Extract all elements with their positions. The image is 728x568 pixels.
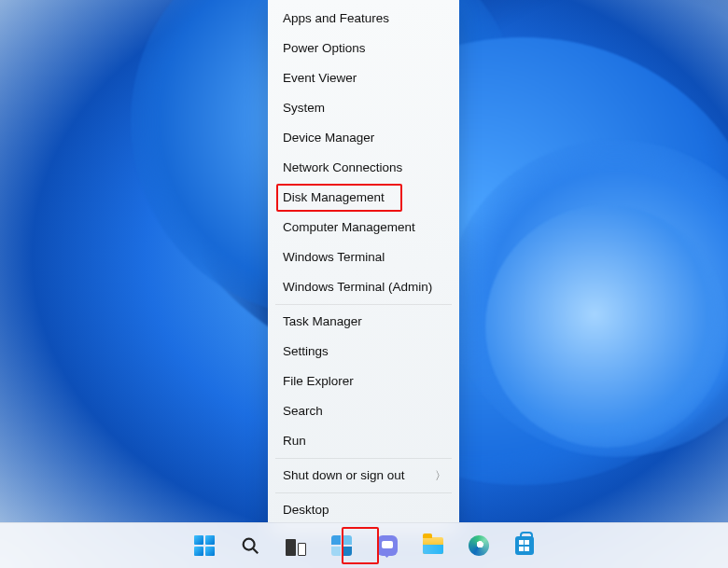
store-icon bbox=[515, 536, 534, 555]
edge-icon bbox=[469, 535, 489, 556]
menu-item-label: File Explorer bbox=[283, 373, 354, 390]
menu-item-disk-management[interactable]: Disk Management bbox=[268, 183, 459, 213]
menu-item-label: Windows Terminal (Admin) bbox=[283, 279, 432, 296]
chat-icon bbox=[377, 535, 398, 556]
menu-item-label: Desktop bbox=[283, 502, 329, 519]
menu-item-event-viewer[interactable]: Event Viewer bbox=[268, 63, 459, 93]
menu-item-windows-terminal-admin[interactable]: Windows Terminal (Admin) bbox=[268, 272, 459, 302]
task-view-icon bbox=[286, 535, 306, 556]
menu-item-label: Power Options bbox=[283, 40, 366, 57]
taskbar bbox=[0, 522, 728, 568]
search-icon bbox=[240, 535, 260, 556]
menu-item-windows-terminal[interactable]: Windows Terminal bbox=[268, 242, 459, 272]
menu-item-label: Run bbox=[283, 433, 306, 450]
edge-button[interactable] bbox=[460, 527, 497, 564]
menu-item-label: Network Connections bbox=[283, 159, 402, 176]
menu-item-run[interactable]: Run bbox=[268, 426, 459, 456]
menu-item-shutdown-signout[interactable]: Shut down or sign out 〉 bbox=[268, 461, 459, 491]
menu-item-network-connections[interactable]: Network Connections bbox=[268, 153, 459, 183]
wallpaper-shape bbox=[485, 205, 728, 448]
desktop[interactable]: Apps and Features Power Options Event Vi… bbox=[0, 0, 728, 568]
folder-icon bbox=[423, 537, 443, 554]
widgets-button[interactable] bbox=[323, 527, 360, 564]
menu-item-search[interactable]: Search bbox=[268, 396, 459, 426]
menu-item-apps-and-features[interactable]: Apps and Features bbox=[268, 4, 459, 34]
menu-item-label: Search bbox=[283, 403, 323, 420]
menu-item-device-manager[interactable]: Device Manager bbox=[268, 123, 459, 153]
menu-item-task-manager[interactable]: Task Manager bbox=[268, 307, 459, 337]
store-button[interactable] bbox=[506, 527, 543, 564]
menu-item-file-explorer[interactable]: File Explorer bbox=[268, 367, 459, 396]
menu-item-desktop[interactable]: Desktop bbox=[268, 495, 459, 525]
menu-item-system[interactable]: System bbox=[268, 93, 459, 123]
menu-item-label: Disk Management bbox=[283, 189, 385, 206]
menu-item-label: Apps and Features bbox=[283, 10, 389, 27]
menu-item-label: Computer Management bbox=[283, 219, 415, 236]
menu-item-label: Task Manager bbox=[283, 313, 362, 330]
menu-item-computer-management[interactable]: Computer Management bbox=[268, 213, 459, 242]
menu-item-label: Event Viewer bbox=[283, 70, 357, 87]
windows-logo-icon bbox=[194, 535, 215, 556]
menu-separator bbox=[275, 492, 452, 493]
menu-item-label: Device Manager bbox=[283, 130, 374, 146]
task-view-button[interactable] bbox=[277, 527, 315, 564]
menu-item-settings[interactable]: Settings bbox=[268, 337, 459, 367]
menu-item-label: Windows Terminal bbox=[283, 249, 385, 266]
menu-item-label: System bbox=[283, 100, 325, 117]
svg-point-0 bbox=[243, 539, 254, 550]
menu-separator bbox=[275, 458, 452, 459]
search-button[interactable] bbox=[231, 527, 269, 564]
menu-item-label: Shut down or sign out bbox=[283, 467, 405, 484]
widgets-icon bbox=[331, 535, 352, 556]
chevron-right-icon: 〉 bbox=[435, 467, 446, 484]
file-explorer-button[interactable] bbox=[414, 527, 452, 564]
chat-button[interactable] bbox=[369, 527, 406, 564]
menu-item-label: Settings bbox=[283, 343, 329, 360]
menu-item-power-options[interactable]: Power Options bbox=[268, 34, 459, 63]
start-button[interactable] bbox=[186, 527, 223, 564]
menu-separator bbox=[275, 304, 452, 305]
winx-context-menu: Apps and Features Power Options Event Vi… bbox=[268, 0, 459, 531]
svg-line-1 bbox=[253, 548, 258, 553]
